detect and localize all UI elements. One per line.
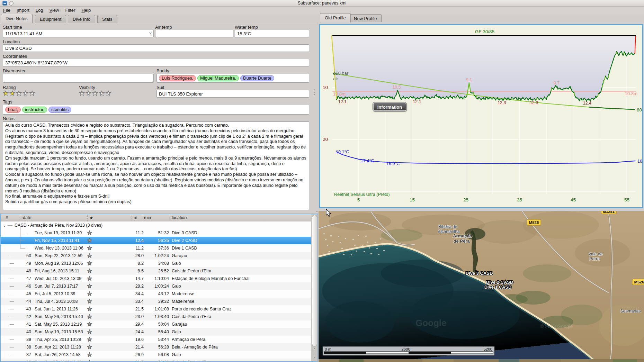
location-field[interactable]: Dive 2 CASD	[3, 44, 309, 52]
scrollbar-thumb[interactable]	[312, 215, 317, 346]
dive-depth: 21.4	[119, 343, 144, 351]
tags-field[interactable]: boat,instructor,scientific	[3, 105, 309, 115]
col-duration[interactable]: min	[144, 215, 151, 220]
dive-duration: 43:12	[142, 290, 169, 298]
star-icon: ★	[87, 298, 92, 305]
dive-row[interactable]: 50Sun, Sep 22, 2013 12:59★★★★★28.01:02:2…	[1, 252, 311, 260]
dive-row[interactable]: 43Sat, Jun 1, 2013 11:26★★★★★21.51:01:08…	[1, 305, 311, 313]
dive-depth: 11.2	[119, 229, 144, 237]
menu-filter[interactable]: Filter	[62, 7, 78, 14]
menu-import[interactable]: Import	[14, 7, 33, 14]
dive-tag[interactable]: instructor,	[22, 107, 47, 113]
dive-list-scrollbar[interactable]: ⌃ ⌄	[311, 214, 317, 361]
col-location[interactable]: location	[172, 215, 187, 220]
dive-row[interactable]: Tue, Nov 19, 2013 11:39★★★★★11.251:32Div…	[1, 229, 311, 237]
menu-help[interactable]: Help	[78, 7, 94, 14]
coordinates-field[interactable]: 37°05'23.460"N 8°20'47.879"W	[3, 59, 309, 66]
dive-depth: 23.0	[119, 313, 144, 320]
dive-profile-chart[interactable]: 10.8mGF 30/85102051525354555150 barair80…	[319, 23, 644, 209]
dive-duration: 34:08	[142, 260, 169, 267]
dive-tag[interactable]: boat,	[5, 107, 21, 113]
horizontal-splitter[interactable]	[316, 211, 317, 212]
dive-row[interactable]: Wed, Nov 13, 2013 11:06★★★★★11.237:36Div…	[1, 244, 311, 252]
menu-view[interactable]: View	[46, 7, 62, 14]
vertical-splitter[interactable]	[314, 92, 315, 93]
dive-row[interactable]: 48Fri, Aug 16, 2013 15:11★★★★★8.526:52Ca…	[1, 267, 311, 275]
dive-date: Sun, May 19, 2013 15:53	[35, 328, 83, 336]
star-icon: ★	[79, 90, 86, 97]
tab-new-profile[interactable]: New Profile	[349, 14, 382, 22]
start-time-combo[interactable]: 11/15/13 11:41 AM ˅	[3, 30, 154, 37]
tab-equipment[interactable]: Equipment	[35, 15, 66, 23]
star-icon: ★	[29, 90, 36, 97]
vertical-splitter[interactable]	[314, 89, 315, 90]
dive-tag[interactable]: scientific	[48, 107, 71, 113]
dive-row[interactable]: 42Sun, May 26, 2013 15:40★★★★★23.01:03:4…	[1, 313, 311, 320]
menu-log[interactable]: Log	[33, 7, 46, 14]
dive-list-header[interactable]: # date ★ m min location	[1, 214, 311, 222]
col-depth[interactable]: m	[134, 215, 137, 220]
scroll-up-button[interactable]: ⌃	[312, 347, 317, 353]
dive-depth: 14.7	[119, 275, 144, 282]
dive-date: Sun, Jan 20, 2013 12:33	[35, 359, 82, 362]
tab-dive-notes[interactable]: Dive Notes	[1, 14, 33, 23]
road-badge-m526-2: M526	[632, 279, 644, 285]
buddy-tag[interactable]: Luís Rodrigues,	[159, 75, 196, 81]
dive-row[interactable]: 45Fri, Jul 5, 2013 10:39★★★★★34.443:12Ma…	[1, 290, 311, 298]
buddy-field[interactable]: Luís Rodrigues,Miguel Madureira,Duarte D…	[156, 74, 309, 83]
menu-file[interactable]: File	[0, 7, 14, 14]
map-marker-dive3[interactable]: Dive 3 CASD	[466, 271, 493, 276]
information-button[interactable]: Information	[373, 102, 406, 111]
dive-row[interactable]: 41Sat, May 25, 2013 12:19★★★★★29.450:04G…	[1, 320, 311, 328]
notes-textarea[interactable]: Aula do curso CASD. Transectos c/video e…	[3, 121, 309, 210]
chevron-down-icon[interactable]: ˅	[149, 31, 152, 36]
tab-old-profile[interactable]: Old Profile	[320, 13, 351, 22]
rating-stars[interactable]: ★★★★★	[3, 89, 36, 97]
suit-field[interactable]: DUI TLS 350 Explorer	[156, 90, 309, 98]
dive-row[interactable]: 38Sun, Apr 21, 2013 11:28★★★★★21.456:28B…	[1, 343, 311, 351]
svg-text:20: 20	[323, 137, 328, 142]
collapse-caret-icon[interactable]: ⌄	[3, 221, 6, 229]
dive-row[interactable]: Fri, Nov 15, 2013 11:41★★★★★12.456:35Div…	[1, 237, 311, 244]
dive-site-map[interactable]: Armação de Pêra Ribeira de Alcantarilha …	[319, 211, 644, 362]
tab-stats[interactable]: Stats	[97, 15, 117, 23]
notes-label: Notes	[3, 116, 15, 121]
dive-list[interactable]: # date ★ m min location ⌄CASD - Armação …	[0, 214, 318, 362]
start-time-value: 11/15/13 11:41 AM	[5, 31, 42, 36]
dive-row[interactable]: 46Sun, Jul 7, 2013 17:17★★★★★28.21:00:24…	[1, 282, 311, 290]
map-watermark-copyright: © 2013 Google	[540, 324, 573, 329]
dive-duration: 56:35	[142, 237, 169, 244]
map-marker-dive1[interactable]: Dive 1 CASD	[484, 284, 512, 290]
dive-row[interactable]: 40Sun, May 19, 2013 15:53★★★★★24.455:40G…	[1, 328, 311, 336]
dive-row[interactable]: 44Thu, Jul 4, 2013 10:08★★★★★33.439:32Ma…	[1, 298, 311, 305]
col-date[interactable]: date	[23, 215, 31, 220]
divemaster-field[interactable]	[3, 74, 154, 83]
map-marker-dive2[interactable]: Dive 2 CASD	[486, 280, 513, 285]
dive-row[interactable]: 49Mon, Aug 19, 2013 12:06★★★★★8.234:08Ga…	[1, 260, 311, 267]
title-bar[interactable]: Subsurface: paneves.xml	[0, 0, 644, 7]
dive-row[interactable]: 47Wed, Jul 10, 2013 13:09★★★★★14.71:10:0…	[1, 275, 311, 282]
dive-row[interactable]: 37Sat, Jan 26, 2013 14:58★★★★★26.956:08G…	[1, 351, 311, 359]
window-title: Subsurface: paneves.xml	[0, 1, 644, 6]
water-temp-field[interactable]: 15.3°C	[235, 30, 309, 37]
vertical-splitter[interactable]	[314, 94, 315, 95]
dive-depth: 26.9	[119, 351, 144, 359]
col-rating[interactable]: ★	[89, 215, 93, 220]
col-number[interactable]: #	[6, 215, 8, 220]
scroll-down-button[interactable]: ⌄	[312, 353, 317, 360]
map-watermark-google: Google	[415, 318, 447, 328]
dive-duration: 51:32	[142, 229, 169, 237]
dive-row[interactable]: 39Thu, Apr 25, 2013 10:28★★★★★19.653:44A…	[1, 336, 311, 343]
svg-text:55: 55	[624, 197, 629, 202]
coordinates-value: 37°05'23.460"N 8°20'47.879"W	[5, 60, 68, 65]
svg-text:M526: M526	[529, 220, 539, 225]
air-temp-field[interactable]	[155, 30, 233, 37]
trip-group-row[interactable]: ⌄CASD - Armação de Pêra, Nov 2013 (3 div…	[1, 221, 311, 229]
buddy-tag[interactable]: Miguel Madureira,	[197, 75, 239, 81]
visibility-stars[interactable]: ★★★★★	[79, 89, 112, 97]
tab-dive-info[interactable]: Dive Info	[68, 15, 95, 23]
trip-label: CASD - Armação de Pêra, Nov 2013 (3 dive…	[15, 221, 102, 229]
water-temp-value: 15.3°C	[237, 31, 251, 36]
buddy-tag[interactable]: Duarte Duarte	[240, 75, 274, 81]
dive-row[interactable]: 36Sun, Jan 20, 2013 12:33★★★★★21.758:36C…	[1, 359, 311, 362]
